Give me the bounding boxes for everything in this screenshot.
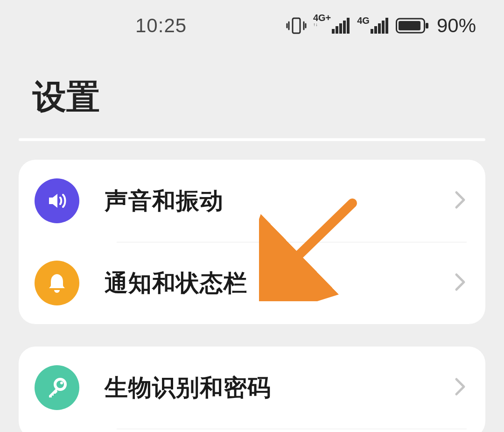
- status-indicators: 4G+ ↑↓ 4G: [286, 14, 476, 37]
- status-bar: 10:25 4G+ ↑↓: [0, 0, 504, 51]
- battery-icon: [396, 17, 429, 34]
- settings-group-1: 声音和振动 通知和状态栏: [19, 160, 485, 324]
- svg-point-15: [60, 382, 63, 384]
- row-biometrics-password[interactable]: 生物识别和密码: [19, 347, 485, 429]
- sound-icon: [35, 178, 79, 223]
- svg-rect-8: [378, 23, 381, 34]
- status-time: 10:25: [135, 14, 187, 37]
- svg-rect-7: [374, 26, 377, 34]
- svg-rect-6: [371, 29, 373, 34]
- svg-rect-5: [347, 18, 350, 34]
- svg-rect-9: [382, 21, 385, 34]
- row-label: 通知和状态栏: [105, 268, 454, 299]
- svg-rect-2: [336, 26, 338, 34]
- signal-4gplus-icon: 4G+ ↑↓: [313, 18, 350, 34]
- battery-percent: 90%: [437, 14, 476, 37]
- row-sound-vibration[interactable]: 声音和振动: [19, 160, 485, 242]
- signal-4g-label: 4G: [357, 16, 370, 25]
- chevron-right-icon: [454, 190, 467, 212]
- svg-point-14: [55, 379, 65, 390]
- svg-rect-0: [293, 18, 300, 33]
- row-label: 声音和振动: [105, 185, 454, 217]
- bell-icon: [35, 261, 79, 305]
- chevron-right-icon: [454, 272, 467, 294]
- svg-rect-10: [385, 18, 388, 34]
- row-notification-statusbar[interactable]: 通知和状态栏: [19, 242, 485, 324]
- svg-rect-4: [343, 21, 346, 34]
- svg-rect-12: [399, 21, 420, 30]
- signal-4gplus-label: 4G+: [313, 13, 331, 23]
- signal-4g-icon: 4G: [357, 18, 389, 34]
- settings-group-2: 生物识别和密码: [19, 347, 485, 432]
- chevron-right-icon: [454, 376, 467, 399]
- row-label: 生物识别和密码: [105, 372, 454, 404]
- row-next-partial[interactable]: [19, 429, 485, 432]
- page-title: 设置: [0, 51, 504, 138]
- svg-rect-1: [332, 29, 335, 34]
- svg-rect-3: [339, 23, 342, 34]
- title-divider: [19, 138, 485, 141]
- vibrate-icon: [286, 15, 307, 36]
- key-icon: [35, 365, 79, 410]
- svg-rect-13: [426, 23, 428, 28]
